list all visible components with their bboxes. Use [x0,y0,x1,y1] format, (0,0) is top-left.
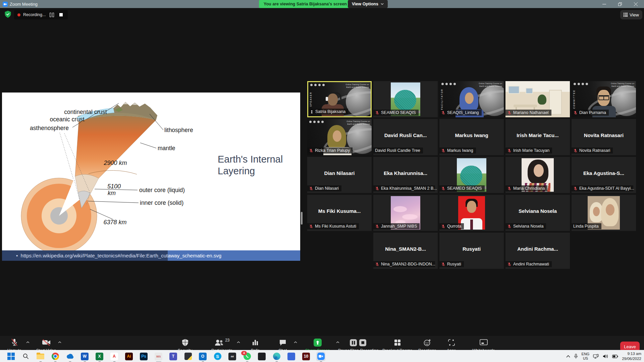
participant-name-label: Markus Iwang [439,147,476,154]
onedrive-icon [66,354,74,359]
participant-name-label: Rizka Trian Palupy [307,147,353,154]
pause-recording-button[interactable] [48,11,55,18]
window-title: Zoom Meeting [10,2,38,7]
participant-name-label: Jannah_SMP NIBS [373,223,420,229]
participant-tile[interactable]: David Rusli Can...David Rusli Candle Tre… [373,119,438,155]
unmute-options-chevron[interactable] [26,339,30,345]
course-banner-text: Online Training Course onEarth and Space… [345,83,369,89]
tray-mic-icon[interactable] [574,354,578,359]
tray-battery-icon[interactable] [612,355,618,358]
taskbar-icon-zoom[interactable] [317,352,325,361]
mic-muted-icon [375,224,379,229]
chrome-icon [52,353,59,360]
taskbar-icon-word[interactable]: W [80,352,89,361]
participant-tile[interactable]: SEAMEO SEAQIS [373,81,438,117]
share-screen-icon [314,338,322,347]
illustrator-icon: Ai [125,353,133,360]
taskbar-clock[interactable]: 9:13 am29/06/2022 [622,351,641,361]
edge-icon [273,353,280,360]
close-button[interactable] [628,0,643,8]
taskbar-icon-file-explorer[interactable] [36,352,45,361]
taskbar-icon-illustrator[interactable]: Ai [125,352,133,361]
taskbar-icon-skype[interactable]: S [213,352,222,361]
participant-tile[interactable]: Nina_SMAN2-B...Nina_SMAN2-BDG-INDON... [373,233,438,269]
participant-center-name: Rusyati [439,246,504,252]
windows-start-icon [7,353,15,360]
panel-splitter-handle[interactable] [301,212,303,225]
taskbar-icon-app-10[interactable]: 10 [302,352,310,361]
participant-tile[interactable]: Mariano Nathanael [505,81,570,117]
skype-icon: S [214,353,221,360]
participant-center-name: Ms Fiki Kusuma... [307,208,372,214]
taskbar-icon-excel[interactable]: X [95,352,104,361]
participant-tile[interactable]: Qurrota [439,195,504,231]
participant-tile[interactable]: Online Training Course onEarth and Space… [307,119,372,155]
taskbar-icon-onedrive[interactable] [66,352,74,361]
taskbar-icon-whatsapp[interactable]: 4 [243,352,251,361]
tray-network-icon[interactable] [593,354,599,359]
taskbar-icon-outlook[interactable]: O [199,352,207,361]
mic-muted-icon [375,262,379,266]
view-button-label: View [630,12,639,17]
mic-muted-icon [375,186,379,191]
participant-name-label: Qurrota [439,223,464,229]
participant-center-name: Andini Rachma... [505,246,570,252]
reactions-icon [423,338,431,347]
mic-muted-icon [309,148,313,153]
taskbar-icon-edge[interactable] [272,352,281,361]
taskbar-icon-acrobat[interactable]: A [110,352,118,361]
taskbar-icon-search[interactable] [21,352,30,361]
participant-tile[interactable]: Dian NilasariDian Nilasari [307,157,372,193]
participant-tile[interactable]: Markus IwangMarkus Iwang [439,119,504,155]
participant-tile[interactable]: Linda Puspita [572,195,636,231]
participants-chevron[interactable] [237,339,240,345]
participant-tile[interactable]: Maria Chrisdiana [505,157,570,193]
participant-tile[interactable]: Online Training Course onEarth and Space… [307,81,372,117]
taskbar-icon-photos-app[interactable] [287,352,296,361]
view-options-button[interactable]: View Options [348,0,388,8]
taskbar-icon-sticky-notes[interactable] [184,352,192,361]
taskbar-icon-media-player-321[interactable]: 321 [154,352,163,361]
participant-tile[interactable]: SEAMEO SEAQIS [439,157,504,193]
gallery-grid: Online Training Course onEarth and Space… [307,81,639,269]
slide-title: Earth's Internal Layering [218,154,298,177]
taskbar-icon-photoshop[interactable]: Ps [140,352,148,361]
restore-button[interactable] [612,0,628,8]
video-options-chevron[interactable] [58,339,61,345]
participant-tile[interactable]: Eka Agustina-S...Eka Agustina-SDIT Al Ba… [572,157,636,193]
participant-name-label: Maria Chrisdiana [505,185,547,191]
taskbar-icon-teams[interactable]: T [169,352,177,361]
minimize-button[interactable] [596,0,612,8]
taskbar-icon-chrome[interactable] [51,352,59,361]
participant-tile[interactable]: RusyatiRusyati [439,233,504,269]
chat-chevron[interactable] [294,339,297,345]
participant-name-label: Rusyati [439,261,464,267]
mic-muted-icon [441,186,445,191]
gallery-view-button[interactable]: View [620,10,642,19]
shared-screen-slide: continental crust oceanic crust asthenos… [2,93,300,261]
participant-tile[interactable]: Andini Rachma...Andini Rachmawati [505,233,570,269]
taskbar-icon-start[interactable] [7,352,15,361]
participant-tile[interactable]: Jannah_SMP NIBS [373,195,438,231]
language-indicator[interactable]: ENGUS [582,352,590,360]
participant-center-name: Irish Marie Tacu... [505,132,570,138]
participant-tile[interactable]: Irish Marie Tacu...Irish Marie Tacuyan [505,119,570,155]
mic-muted-icon [507,111,512,115]
taskbar-icon-dark-app[interactable] [258,352,266,361]
stop-recording-button[interactable] [58,11,64,18]
course-banner-text: Online Training Course onEarth and Space… [346,120,370,126]
participant-tile[interactable]: Online Training Course onEarth and Space… [572,81,636,117]
participant-tile[interactable]: Eka Khairunnisa...Eka Khairunnisa_SMAN 2… [373,157,438,193]
tray-expand-chevron-icon[interactable] [566,355,570,358]
participant-tile[interactable]: Online Training Course onEarth and Space… [439,81,504,117]
taskbar-icon-audio-app[interactable]: ılıl [228,352,236,361]
outlook-icon: O [199,353,207,360]
screen-share-banner: You are viewing Satria Bijaksana's scree… [259,0,352,8]
tray-volume-icon[interactable] [603,354,608,359]
system-tray: ENGUS 9:13 am29/06/2022 [566,350,641,362]
participant-name-label: Eka Agustina-SDIT Al Bayyi... [572,185,633,191]
recording-dot-icon [17,13,20,16]
participant-tile[interactable]: Selviana NoselaSelviana Nosela [505,195,570,231]
participant-tile[interactable]: Ms Fiki Kusuma...Ms Fiki Kusuma Astuti [307,195,372,231]
participant-tile[interactable]: Novita RatnasariNovita Ratnasari [572,119,636,155]
